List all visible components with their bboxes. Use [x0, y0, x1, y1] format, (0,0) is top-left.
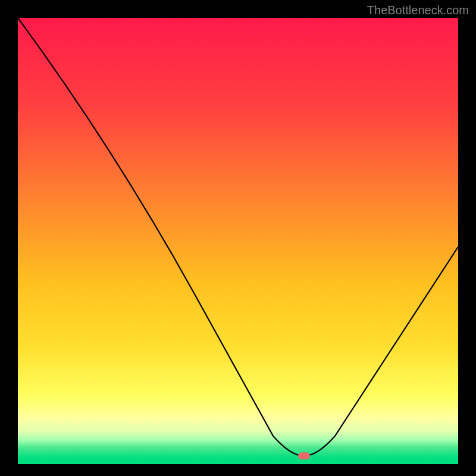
attribution-label: TheBottleneck.com	[367, 4, 469, 17]
plot-area	[18, 18, 458, 464]
gradient-background	[18, 18, 458, 458]
bottom-band	[18, 458, 458, 464]
chart-svg	[18, 18, 458, 464]
chart-container: TheBottleneck.com	[0, 0, 476, 476]
optimum-marker	[298, 452, 310, 459]
